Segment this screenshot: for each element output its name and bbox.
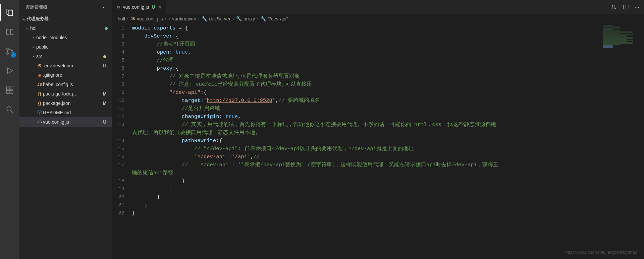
chevron-right-icon: › bbox=[257, 16, 259, 21]
breadcrumb-item[interactable]: 🔧devServer bbox=[202, 16, 230, 21]
activity-reader-icon[interactable] bbox=[0, 22, 19, 42]
code-line[interactable]: } bbox=[132, 193, 601, 201]
code-line[interactable]: //是否开启跨域 bbox=[132, 105, 601, 113]
svg-rect-6 bbox=[6, 90, 9, 93]
svg-rect-1 bbox=[8, 10, 13, 16]
tab-actions: ⋯ bbox=[606, 0, 644, 14]
sidebar-header: 资源管理器 ⋯ bbox=[19, 0, 112, 14]
activity-search-icon[interactable] bbox=[0, 100, 19, 119]
sidebar-title: 资源管理器 bbox=[25, 4, 47, 10]
code-line[interactable]: } bbox=[132, 201, 601, 209]
tree-item-label: README.md bbox=[43, 110, 108, 115]
tab-vueconfig[interactable]: JS vue.config.js U ✕ bbox=[112, 0, 166, 14]
code-line[interactable]: //自动打开页面 bbox=[132, 40, 601, 48]
breadcrumb-item[interactable]: 🔧"/dev-api" bbox=[261, 16, 288, 21]
js-file-icon: JS bbox=[116, 5, 120, 9]
file-tree: ›node_modules›public›src⚙.env.developm…U… bbox=[19, 33, 112, 259]
section-title: 代理服务器 bbox=[27, 16, 49, 22]
minimap[interactable] bbox=[601, 23, 638, 259]
vertical-scrollbar[interactable] bbox=[638, 23, 644, 259]
svg-rect-8 bbox=[10, 87, 13, 90]
sidebar: 资源管理器 ⋯ ⌄ 代理服务器 ⌄ holl ›node_modules›pub… bbox=[19, 0, 112, 259]
code-line[interactable]: // 注意: vue/cli已经安装并配置了代理模块,可以直接用 bbox=[132, 80, 601, 88]
code-line[interactable]: } bbox=[132, 177, 601, 185]
tree-item-label: package.json bbox=[43, 101, 102, 106]
chevron-right-icon: › bbox=[127, 16, 129, 21]
tree-item-label: public bbox=[36, 44, 108, 50]
code-line[interactable]: "/dev-api":{ bbox=[132, 88, 601, 96]
tree-item[interactable]: JSvue.config.jsU bbox=[19, 117, 112, 127]
breadcrumb-item[interactable]: 🔧proxy bbox=[236, 16, 255, 21]
chevron-right-icon: › bbox=[232, 16, 234, 21]
breadcrumb-label: devServer bbox=[209, 16, 230, 21]
activity-debug-icon[interactable] bbox=[0, 61, 19, 80]
breadcrumb-item[interactable]: holl bbox=[118, 16, 125, 21]
code-line[interactable]: module.exports = { bbox=[132, 24, 601, 32]
tab-status: U bbox=[152, 4, 155, 10]
code-line[interactable]: //代理 bbox=[132, 56, 601, 64]
chevron-right-icon: › bbox=[30, 35, 36, 40]
editor[interactable]: 12345678910111213141516171819202122 modu… bbox=[112, 23, 644, 259]
tree-item-label: node_modules bbox=[36, 35, 108, 40]
svg-point-3 bbox=[7, 53, 8, 54]
modified-dot-icon bbox=[105, 25, 108, 31]
tree-item[interactable]: ›node_modules bbox=[19, 33, 112, 42]
tree-item[interactable]: ⓘREADME.md bbox=[19, 108, 112, 117]
js-file-icon: JS bbox=[130, 17, 135, 21]
tree-item[interactable]: {}package.jsonM bbox=[19, 99, 112, 108]
breadcrumb-item[interactable]: ▫<unknown> bbox=[168, 16, 196, 21]
vcs-status: M bbox=[102, 101, 108, 106]
tree-item[interactable]: ⚙.env.developm…U bbox=[19, 61, 112, 70]
activity-explorer-icon[interactable] bbox=[0, 3, 19, 22]
tree-item[interactable]: JSbabel.config.js bbox=[19, 80, 112, 89]
compare-icon[interactable] bbox=[611, 4, 617, 10]
tree-item-label: vue.config.js bbox=[43, 119, 102, 125]
code-line[interactable]: devServer:{ bbox=[132, 32, 601, 40]
code-line[interactable]: // "^/dev-api": {}表示接口^/dev-api以开头的要用代理，… bbox=[132, 145, 601, 153]
code-line[interactable]: '^/dev-api':'/api',// bbox=[132, 153, 601, 161]
tree-item[interactable]: ◆.gitignore bbox=[19, 70, 112, 80]
code-line[interactable]: changeOrigin: true, bbox=[132, 113, 601, 121]
breadcrumb-item[interactable]: JSvue.config.js bbox=[130, 16, 163, 21]
editor-group: JS vue.config.js U ✕ ⋯ holl›JSvue.config… bbox=[112, 0, 644, 259]
tree-root[interactable]: ⌄ holl bbox=[19, 23, 112, 33]
property-icon: 🔧 bbox=[261, 16, 266, 21]
code-line[interactable]: pathRewrite:{ bbox=[132, 137, 601, 145]
watermark: https://blog.csdn.net/jiangchengnihao bbox=[565, 248, 637, 256]
vcs-status: U bbox=[102, 63, 108, 68]
code-line[interactable]: } bbox=[132, 185, 601, 193]
code-line[interactable]: open: true, bbox=[132, 48, 601, 56]
svg-point-4 bbox=[11, 50, 13, 52]
activity-extensions-icon[interactable] bbox=[0, 80, 19, 100]
split-editor-icon[interactable] bbox=[623, 4, 629, 10]
tree-item[interactable]: ›public bbox=[19, 42, 112, 52]
svg-point-9 bbox=[7, 107, 11, 111]
code-line[interactable]: } bbox=[132, 209, 601, 217]
tree-item[interactable]: ›src bbox=[19, 52, 112, 61]
chevron-right-icon: › bbox=[165, 16, 167, 21]
chevron-right-icon: › bbox=[198, 16, 200, 21]
section-header[interactable]: ⌄ 代理服务器 bbox=[19, 14, 112, 23]
activity-bar: 8 bbox=[0, 0, 19, 259]
activity-scm-icon[interactable]: 8 bbox=[0, 42, 19, 61]
line-gutter: 12345678910111213141516171819202122 bbox=[112, 23, 132, 259]
breadcrumb-label: "/dev-api" bbox=[268, 16, 288, 21]
code-line[interactable]: // 其实，用代理的话，首先你得有一个标识，告诉他你这个连接要用代理。不然的话，… bbox=[132, 121, 501, 137]
tab-label: vue.config.js bbox=[123, 4, 149, 10]
tree-item[interactable]: {}package-lock.j…M bbox=[19, 89, 112, 99]
svg-point-2 bbox=[7, 48, 8, 50]
close-icon[interactable]: ✕ bbox=[158, 4, 162, 10]
chevron-right-icon: › bbox=[30, 54, 36, 59]
scm-badge: 8 bbox=[11, 52, 16, 58]
code-line[interactable]: target:'http://127.0.0.0:9528',// 要跨域的域名 bbox=[132, 96, 601, 105]
tree-item-label: babel.config.js bbox=[43, 82, 108, 87]
more-icon[interactable]: ⋯ bbox=[635, 5, 639, 10]
sidebar-more-icon[interactable]: ⋯ bbox=[101, 5, 106, 10]
breadcrumbs[interactable]: holl›JSvue.config.js›▫<unknown>›🔧devServ… bbox=[112, 14, 644, 23]
code-line[interactable]: // '^/dev-api': ''表示把/dev-api替换为''(空字符串)… bbox=[132, 161, 501, 177]
tabs-bar: JS vue.config.js U ✕ ⋯ bbox=[112, 0, 644, 14]
code-line[interactable]: // 对象中键是本地请求地址,值是代理服务器配置对象 bbox=[132, 72, 601, 80]
code-line[interactable]: proxy:{ bbox=[132, 64, 601, 72]
property-icon: 🔧 bbox=[202, 16, 207, 21]
code-area[interactable]: module.exports = { devServer:{ //自动打开页面 … bbox=[132, 23, 601, 259]
